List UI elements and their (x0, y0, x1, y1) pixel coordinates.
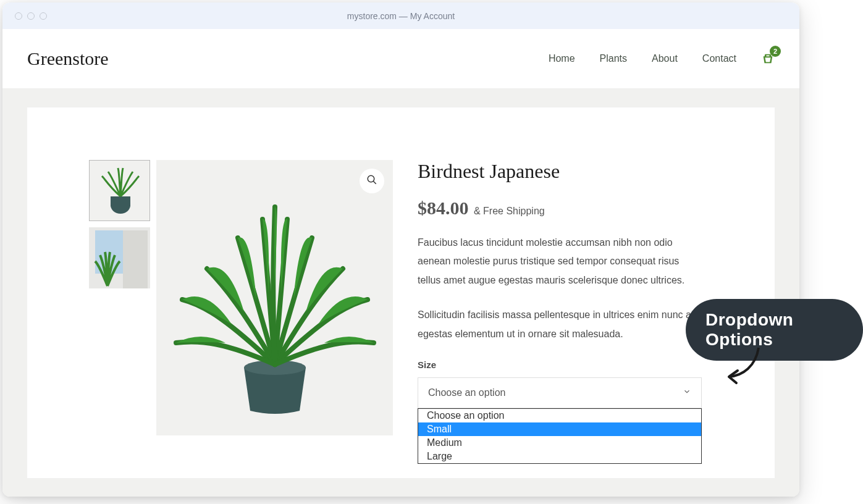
option-small[interactable]: Small (418, 422, 701, 436)
product-details: Birdnest Japanese $84.00 & Free Shipping… (418, 160, 702, 447)
size-options-list: Choose an option Small Medium Large (418, 408, 702, 464)
option-medium[interactable]: Medium (418, 436, 701, 450)
product-title: Birdnest Japanese (418, 160, 702, 183)
minimize-window-button[interactable] (27, 12, 35, 20)
product-description-2: Sollicitudin facilisis massa pellentesqu… (418, 306, 702, 343)
shipping-text: & Free Shipping (474, 206, 545, 216)
option-choose[interactable]: Choose an option (418, 409, 701, 422)
browser-window: mystore.com — My Account Greenstore Home… (2, 2, 799, 497)
site-header: Greenstore Home Plants About Contact 2 (2, 29, 799, 89)
traffic-lights (15, 12, 47, 20)
callout-arrow-icon (722, 345, 771, 388)
size-label: Size (418, 359, 702, 370)
price-row: $84.00 & Free Shipping (418, 198, 702, 219)
svg-rect-2 (111, 196, 130, 206)
select-value: Choose an option (428, 387, 505, 398)
nav-home[interactable]: Home (549, 53, 575, 64)
svg-rect-5 (123, 230, 148, 288)
product-main-image[interactable] (156, 160, 393, 435)
product-card: Birdnest Japanese $84.00 & Free Shipping… (27, 107, 775, 478)
size-select-wrapper: Choose an option Choose an option Small … (418, 377, 702, 408)
product-gallery (89, 160, 393, 447)
nav-about[interactable]: About (652, 53, 678, 64)
callout-label: Dropdown Options (686, 299, 863, 361)
thumbnail-list (89, 160, 150, 447)
size-select[interactable]: Choose an option (418, 377, 702, 408)
content-area: Birdnest Japanese $84.00 & Free Shipping… (2, 89, 799, 497)
site-logo[interactable]: Greenstore (27, 48, 109, 69)
nav-plants[interactable]: Plants (600, 53, 627, 64)
option-large[interactable]: Large (418, 450, 701, 463)
main-nav: Home Plants About Contact 2 (549, 52, 775, 65)
cart-count-badge: 2 (770, 46, 781, 57)
svg-point-6 (368, 175, 374, 182)
close-window-button[interactable] (15, 12, 22, 20)
chevron-down-icon (683, 387, 691, 398)
maximize-window-button[interactable] (40, 12, 47, 20)
product-description-1: Faucibus lacus tincidunt molestie accums… (418, 233, 702, 290)
nav-contact[interactable]: Contact (702, 53, 736, 64)
thumbnail-2[interactable] (89, 227, 150, 288)
title-bar: mystore.com — My Account (2, 2, 799, 29)
product-price: $84.00 (418, 198, 469, 218)
thumbnail-1[interactable] (89, 160, 150, 221)
window-title: mystore.com — My Account (347, 11, 455, 21)
cart-button[interactable]: 2 (761, 52, 775, 65)
